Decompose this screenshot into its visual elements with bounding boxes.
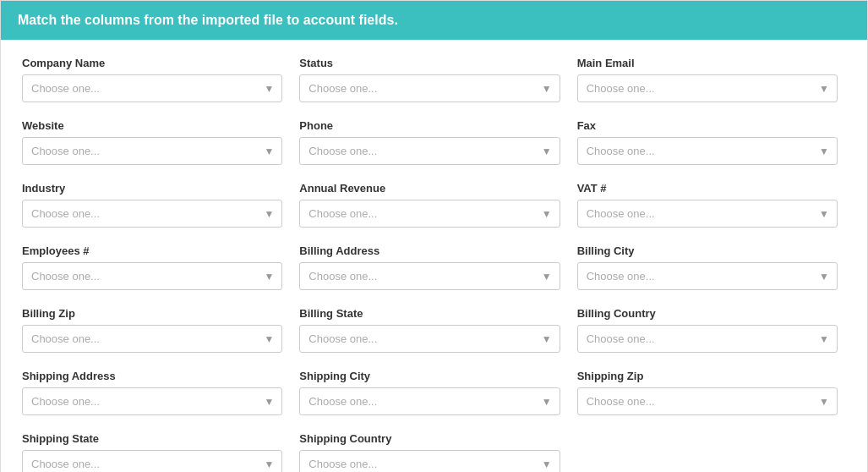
label-billing-city: Billing City <box>577 244 838 257</box>
select-wrapper-billing-country: Choose one...▼ <box>577 325 838 353</box>
select-wrapper-billing-zip: Choose one...▼ <box>22 325 282 353</box>
select-wrapper-industry: Choose one...▼ <box>22 200 282 228</box>
field-group-shipping-zip: Shipping ZipChoose one...▼ <box>573 361 850 424</box>
field-group-billing-address: Billing AddressChoose one...▼ <box>295 236 572 299</box>
label-main-email: Main Email <box>577 57 838 69</box>
select-company-name[interactable]: Choose one... <box>22 74 282 102</box>
field-group-main-email: Main EmailChoose one...▼ <box>573 48 850 111</box>
select-fax[interactable]: Choose one... <box>577 137 838 165</box>
field-group-annual-revenue: Annual RevenueChoose one...▼ <box>295 173 572 236</box>
select-annual-revenue[interactable]: Choose one... <box>299 200 560 228</box>
label-billing-country: Billing Country <box>577 307 838 320</box>
select-wrapper-billing-state: Choose one...▼ <box>299 325 560 353</box>
select-employees[interactable]: Choose one... <box>22 262 282 290</box>
select-wrapper-billing-address: Choose one...▼ <box>299 262 560 290</box>
field-group-billing-city: Billing CityChoose one...▼ <box>573 236 850 299</box>
label-shipping-address: Shipping Address <box>22 370 282 382</box>
select-wrapper-status: Choose one...▼ <box>299 74 560 102</box>
page-container: Match the columns from the imported file… <box>0 0 868 472</box>
label-shipping-city: Shipping City <box>299 370 560 382</box>
label-vat: VAT # <box>577 182 838 195</box>
label-phone: Phone <box>299 119 560 132</box>
select-wrapper-main-email: Choose one...▼ <box>577 74 838 102</box>
label-annual-revenue: Annual Revenue <box>299 182 560 195</box>
label-billing-zip: Billing Zip <box>22 307 282 320</box>
label-shipping-zip: Shipping Zip <box>577 370 838 382</box>
field-group-vat: VAT #Choose one...▼ <box>573 173 850 236</box>
field-group-billing-zip: Billing ZipChoose one...▼ <box>18 299 295 361</box>
field-group-company-name: Company NameChoose one...▼ <box>18 48 295 111</box>
field-group-billing-state: Billing StateChoose one...▼ <box>295 299 572 361</box>
select-main-email[interactable]: Choose one... <box>577 74 838 102</box>
label-billing-state: Billing State <box>299 307 560 320</box>
label-website: Website <box>22 119 282 132</box>
field-group-employees: Employees #Choose one...▼ <box>18 236 295 299</box>
select-billing-address[interactable]: Choose one... <box>299 262 560 290</box>
select-vat[interactable]: Choose one... <box>577 200 838 228</box>
select-wrapper-employees: Choose one...▼ <box>22 262 282 290</box>
select-billing-city[interactable]: Choose one... <box>577 262 838 290</box>
select-billing-country[interactable]: Choose one... <box>577 325 838 353</box>
select-wrapper-fax: Choose one...▼ <box>577 137 838 165</box>
select-wrapper-website: Choose one...▼ <box>22 137 282 165</box>
field-group-shipping-address: Shipping AddressChoose one...▼ <box>18 361 295 424</box>
header-title: Match the columns from the imported file… <box>18 13 398 27</box>
label-shipping-state: Shipping State <box>22 432 282 445</box>
select-wrapper-shipping-state: Choose one...▼ <box>22 450 282 472</box>
header-banner: Match the columns from the imported file… <box>1 1 867 40</box>
select-shipping-state[interactable]: Choose one... <box>22 450 282 472</box>
select-shipping-city[interactable]: Choose one... <box>299 387 560 415</box>
field-group-industry: IndustryChoose one...▼ <box>18 173 295 236</box>
field-group-phone: PhoneChoose one...▼ <box>295 111 572 173</box>
label-status: Status <box>299 57 560 69</box>
select-industry[interactable]: Choose one... <box>22 200 282 228</box>
select-shipping-country[interactable]: Choose one... <box>299 450 560 472</box>
select-billing-zip[interactable]: Choose one... <box>22 325 282 353</box>
select-website[interactable]: Choose one... <box>22 137 282 165</box>
select-wrapper-shipping-city: Choose one...▼ <box>299 387 560 415</box>
field-group-status: StatusChoose one...▼ <box>295 48 572 111</box>
label-fax: Fax <box>577 119 838 132</box>
field-group-shipping-state: Shipping StateChoose one...▼ <box>18 424 295 472</box>
field-group-billing-country: Billing CountryChoose one...▼ <box>573 299 850 361</box>
select-wrapper-shipping-zip: Choose one...▼ <box>577 387 838 415</box>
select-billing-state[interactable]: Choose one... <box>299 325 560 353</box>
label-company-name: Company Name <box>22 57 282 69</box>
select-wrapper-billing-city: Choose one...▼ <box>577 262 838 290</box>
select-phone[interactable]: Choose one... <box>299 137 560 165</box>
select-wrapper-vat: Choose one...▼ <box>577 200 838 228</box>
fields-grid: Company NameChoose one...▼StatusChoose o… <box>1 40 867 472</box>
select-wrapper-shipping-country: Choose one...▼ <box>299 450 560 472</box>
label-shipping-country: Shipping Country <box>299 432 560 445</box>
select-shipping-zip[interactable]: Choose one... <box>577 387 838 415</box>
field-group-fax: FaxChoose one...▼ <box>573 111 850 173</box>
label-billing-address: Billing Address <box>299 244 560 257</box>
select-wrapper-shipping-address: Choose one...▼ <box>22 387 282 415</box>
select-shipping-address[interactable]: Choose one... <box>22 387 282 415</box>
select-wrapper-phone: Choose one...▼ <box>299 137 560 165</box>
field-group-shipping-city: Shipping CityChoose one...▼ <box>295 361 572 424</box>
select-wrapper-company-name: Choose one...▼ <box>22 74 282 102</box>
field-group-shipping-country: Shipping CountryChoose one...▼ <box>295 424 572 472</box>
label-industry: Industry <box>22 182 282 195</box>
label-employees: Employees # <box>22 244 282 257</box>
select-wrapper-annual-revenue: Choose one...▼ <box>299 200 560 228</box>
field-group-website: WebsiteChoose one...▼ <box>18 111 295 173</box>
select-status[interactable]: Choose one... <box>299 74 560 102</box>
